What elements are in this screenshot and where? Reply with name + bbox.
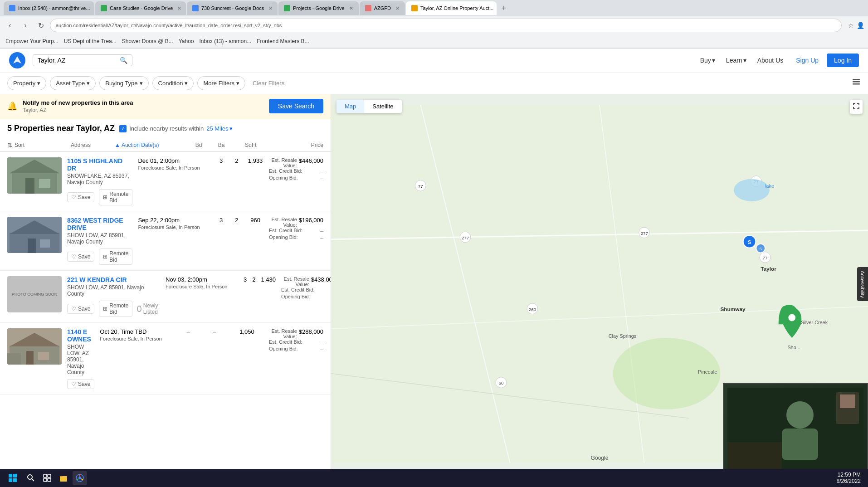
property-address-2[interactable]: 8362 WEST RIDGE DRIVE	[67, 217, 132, 231]
search-taskbar-button[interactable]	[24, 471, 38, 474]
bookmark-inbox[interactable]: Inbox (13) - ammon...	[200, 38, 252, 44]
svg-text:277: 277	[462, 235, 469, 240]
task-view-button[interactable]	[40, 471, 54, 474]
tab-azgfd[interactable]: AZGFD ✕	[360, 1, 405, 15]
view-toggle-button[interactable]	[852, 78, 861, 89]
new-tab-button[interactable]: +	[497, 2, 510, 15]
logo[interactable]	[9, 52, 25, 68]
save-button-1[interactable]: ♡ Save	[67, 192, 94, 202]
tab-close-case[interactable]: ✕	[177, 5, 181, 11]
property-ba-3: 2	[252, 276, 255, 283]
svg-text:60: 60	[498, 381, 503, 386]
more-filters-button[interactable]: More Filters ▾	[197, 76, 245, 90]
nav-buy-label: Buy	[700, 57, 711, 64]
property-filter-button[interactable]: Property ▾	[7, 76, 46, 90]
buying-type-label: Buying Type	[105, 80, 137, 87]
property-image-1[interactable]	[7, 157, 62, 194]
miles-dropdown[interactable]: 25 Miles ▾	[206, 125, 232, 132]
property-image-4[interactable]	[7, 328, 62, 365]
start-button[interactable]	[4, 470, 22, 474]
property-address-3[interactable]: 221 W KENDRA CIR	[67, 276, 160, 283]
search-input[interactable]	[38, 57, 116, 64]
forward-button[interactable]: ›	[19, 19, 32, 32]
bookmark-empower[interactable]: Empower Your Purp...	[5, 38, 59, 44]
property-location-3: SHOW LOW, AZ 85901, Navajo County	[67, 284, 160, 297]
nav-buy[interactable]: Buy ▾	[696, 54, 720, 67]
ba-column-header: Ba	[210, 142, 233, 148]
auction-date-column-header[interactable]: ▲ Auction Date(s)	[115, 142, 187, 148]
auction-type-3: Foreclosure Sale, In Person	[166, 284, 238, 289]
nav-about[interactable]: About Us	[753, 54, 788, 67]
profile-icon[interactable]: 👤	[857, 22, 864, 29]
map-expand-button[interactable]	[850, 100, 863, 114]
heart-icon-4: ♡	[71, 381, 76, 387]
miles-value: 25 Miles	[206, 125, 228, 132]
sort-icon: ⇅	[7, 141, 13, 149]
tab-projects[interactable]: Projects - Google Drive ✕	[278, 1, 359, 15]
bookmark-shower[interactable]: Shower Doors @ B...	[122, 38, 173, 44]
back-button[interactable]: ‹	[4, 19, 16, 32]
price-column-header: Price	[269, 142, 323, 148]
bookmarks-bar: Empower Your Purp... US Dept of the Trea…	[0, 34, 868, 48]
nav-learn[interactable]: Learn ▾	[722, 54, 751, 67]
header-nav: Buy ▾ Learn ▾ About Us Sign Up Log In	[696, 54, 859, 67]
tab-auction[interactable]: Taylor, AZ Online Property Auct... ✕	[406, 1, 497, 15]
search-icon[interactable]: 🔍	[120, 57, 127, 64]
accessibility-button[interactable]: Accessibility	[857, 267, 868, 302]
price-label-1b: Est. Credit Bid:	[269, 168, 302, 175]
svg-rect-55	[782, 429, 818, 460]
newly-listed-circle-icon	[137, 306, 141, 312]
reload-button[interactable]: ↻	[34, 19, 47, 32]
bookmark-star-icon[interactable]: ☆	[848, 22, 854, 29]
svg-text:S: S	[759, 247, 762, 252]
price-value-2b: –	[320, 228, 323, 234]
address-bar[interactable]: auction.com/residential/AZ/taylor_ct/Nav…	[50, 19, 842, 32]
bookmark-frontend[interactable]: Frontend Masters B...	[257, 38, 309, 44]
map-tab-map[interactable]: Map	[336, 100, 364, 113]
asset-type-filter-button[interactable]: Asset Type ▾	[50, 76, 96, 90]
more-filters-label: More Filters	[203, 80, 234, 87]
property-address-4[interactable]: 1140 E OWNES	[67, 328, 94, 343]
tab-close-azgfd[interactable]: ✕	[395, 5, 400, 11]
remote-bid-button-1[interactable]: ⊞ Remote Bid	[99, 189, 132, 205]
tab-casestudies[interactable]: Case Studies - Google Drive ✕	[95, 1, 186, 15]
tab-close-suncrest[interactable]: ✕	[268, 5, 273, 11]
address-column-header[interactable]: Address	[71, 142, 115, 148]
property-image-2[interactable]	[7, 217, 62, 253]
svg-text:S: S	[748, 239, 751, 245]
tab-inbox[interactable]: Inbox (2,548) - ammon@thrive... ✕	[4, 1, 94, 15]
chrome-taskbar-button[interactable]	[73, 471, 87, 474]
nav-learn-label: Learn	[726, 57, 742, 64]
auction-date-2: Sep 22, 2:00pm	[138, 217, 210, 224]
include-nearby-checkbox[interactable]: ✓	[119, 125, 127, 132]
buying-type-filter-button[interactable]: Buying Type ▾	[99, 76, 148, 90]
file-explorer-button[interactable]	[56, 471, 71, 474]
property-address-1[interactable]: 1105 S HIGHLAND DR	[67, 157, 132, 172]
main-content: 🔔 Notify me of new properties in this ar…	[0, 94, 868, 474]
property-row: PHOTO COMING SOON 221 W KENDRA CIR SHOW …	[0, 271, 331, 323]
sort-control[interactable]: ⇅ Sort	[7, 141, 71, 149]
property-image-3[interactable]: PHOTO COMING SOON	[7, 276, 62, 312]
log-in-button[interactable]: Log In	[827, 54, 859, 67]
condition-filter-button[interactable]: Condition ▾	[152, 76, 194, 90]
map-tab-satellite[interactable]: Satellite	[364, 100, 401, 113]
save-button-4[interactable]: ♡ Save	[67, 379, 94, 389]
save-search-button[interactable]: Save Search	[269, 99, 323, 113]
bookmark-yahoo[interactable]: Yahoo	[179, 38, 194, 44]
notify-bar: 🔔 Notify me of new properties in this ar…	[0, 94, 331, 118]
tab-730suncrest[interactable]: 730 Suncrest - Google Docs ✕	[187, 1, 278, 15]
property-price-1: Est. Resale Value: $446,000 Est. Credit …	[269, 157, 323, 182]
save-button-2[interactable]: ♡ Save	[67, 252, 94, 262]
property-bd-4: –	[178, 328, 199, 335]
expand-icon	[853, 102, 860, 110]
sign-up-button[interactable]: Sign Up	[790, 54, 825, 67]
save-button-3[interactable]: ♡ Save	[67, 304, 94, 314]
search-box[interactable]: 🔍	[33, 54, 132, 66]
save-label-1: Save	[78, 194, 90, 200]
remote-bid-button-3[interactable]: ⊞ Remote Bid	[99, 301, 132, 317]
tab-label-auction: Taylor, AZ Online Property Auct...	[420, 5, 493, 11]
tab-close-projects[interactable]: ✕	[349, 5, 353, 11]
bookmark-usdept[interactable]: US Dept of the Trea...	[64, 38, 117, 44]
remote-bid-button-2[interactable]: ⊞ Remote Bid	[99, 248, 132, 265]
clear-filters-button[interactable]: Clear Filters	[249, 78, 288, 88]
